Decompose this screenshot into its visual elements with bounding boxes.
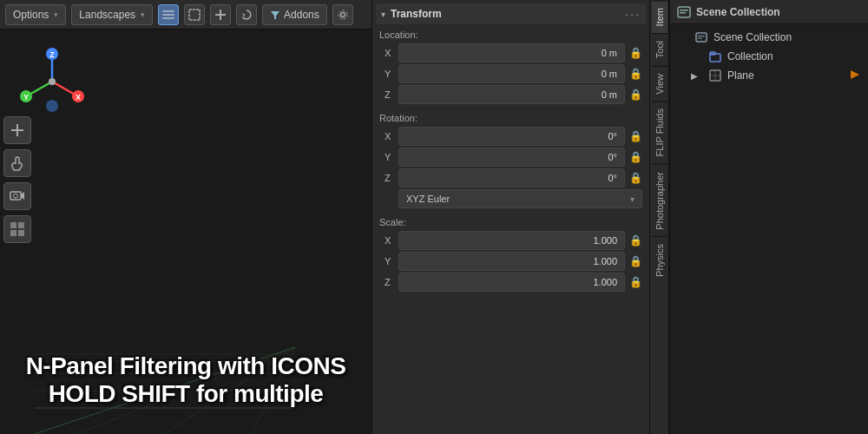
location-group: Location: X 0 m 🔒 Y 0 m <box>379 28 642 104</box>
location-y-lock[interactable]: 🔒 <box>628 68 642 80</box>
scale-z-lock[interactable]: 🔒 <box>628 276 642 288</box>
svg-point-37 <box>14 194 18 198</box>
location-y-row: Y 0 m 🔒 <box>379 64 642 83</box>
collection-label: Collection <box>727 50 861 62</box>
location-y-value: 0 m <box>406 69 617 79</box>
addons-btn[interactable]: Addons <box>262 4 327 25</box>
plus-icon-btn[interactable] <box>210 4 231 25</box>
side-tabs: Item Tool View FLIP Fluids Photographer … <box>649 0 668 434</box>
tab-flip-fluids[interactable]: FLIP Fluids <box>652 101 667 163</box>
svg-point-31 <box>49 78 56 85</box>
scale-z-field[interactable]: 1.000 <box>398 273 625 292</box>
plane-flip-icon <box>849 69 861 82</box>
app-container: Options ▾ Landscapes ▾ <box>0 0 868 434</box>
grid-canvas <box>35 330 295 434</box>
location-label: Location: <box>379 28 642 42</box>
outliner: Scene Collection Scene Collection <box>668 0 868 434</box>
scale-x-field[interactable]: 1.000 <box>398 231 625 250</box>
scale-x-row: X 1.000 🔒 <box>379 231 642 250</box>
scene-collection-icon <box>694 30 708 44</box>
viewport-3d: Z X Y <box>0 30 372 434</box>
svg-rect-39 <box>18 222 24 228</box>
list-icon <box>162 9 174 21</box>
location-x-field[interactable]: 0 m <box>398 43 625 62</box>
outliner-scene-collection[interactable]: Scene Collection <box>670 28 868 47</box>
location-y-field[interactable]: 0 m <box>398 64 625 83</box>
svg-marker-6 <box>242 14 245 16</box>
viewport: Options ▾ Landscapes ▾ <box>0 0 372 434</box>
location-x-lock[interactable]: 🔒 <box>628 47 642 59</box>
svg-text:Z: Z <box>49 50 55 59</box>
rotation-y-lock[interactable]: 🔒 <box>628 151 642 163</box>
box-select-icon-btn[interactable] <box>184 4 205 25</box>
rotation-mode-dropdown[interactable]: XYZ Euler ▾ <box>398 189 642 208</box>
location-x-row: X 0 m 🔒 <box>379 43 642 62</box>
svg-rect-34 <box>11 129 23 131</box>
rotation-x-lock[interactable]: 🔒 <box>628 130 642 142</box>
scale-label: Scale: <box>379 215 642 229</box>
svg-point-8 <box>339 10 347 19</box>
location-z-value: 0 m <box>406 89 617 100</box>
scale-y-field[interactable]: 1.000 <box>398 252 625 271</box>
rotation-y-field[interactable]: 0° <box>398 148 625 167</box>
rotation-y-value: 0° <box>406 152 617 162</box>
grab-tool-btn[interactable] <box>3 149 31 177</box>
tab-photographer[interactable]: Photographer <box>652 164 667 237</box>
location-z-field[interactable]: 0 m <box>398 85 625 104</box>
scale-x-lock[interactable]: 🔒 <box>628 234 642 247</box>
tab-view[interactable]: View <box>652 66 667 102</box>
rotation-z-value: 0° <box>406 173 617 183</box>
plus-icon <box>214 9 227 21</box>
outliner-collection[interactable]: Collection <box>670 47 868 66</box>
n-panel-content[interactable]: ▾ Transform ··· Location: X 0 m <box>372 0 649 434</box>
refresh-icon-btn[interactable] <box>236 4 257 25</box>
rotation-x-field[interactable]: 0° <box>398 127 625 146</box>
tab-item[interactable]: Item <box>652 0 667 33</box>
rotation-z-lock[interactable]: 🔒 <box>628 172 642 184</box>
scale-y-lock[interactable]: 🔒 <box>628 255 642 267</box>
outliner-body: Scene Collection Collection ▶ <box>670 24 868 434</box>
plane-icon <box>708 69 722 82</box>
list-icon-btn[interactable] <box>158 4 179 25</box>
svg-rect-43 <box>680 10 688 11</box>
add-tool-btn[interactable] <box>3 116 31 144</box>
gear-icon <box>337 9 349 21</box>
rotation-z-row: Z 0° 🔒 <box>379 168 642 187</box>
svg-rect-0 <box>162 10 174 12</box>
svg-rect-46 <box>698 36 705 36</box>
camera-tool-btn[interactable] <box>3 182 31 210</box>
n-panel: ▾ Transform ··· Location: X 0 m <box>372 0 649 434</box>
options-label: Options <box>13 9 49 21</box>
options-dropdown[interactable]: Options ▾ <box>5 4 66 25</box>
tab-tool[interactable]: Tool <box>652 33 667 65</box>
rotation-mode-label: XYZ Euler <box>406 194 450 204</box>
scale-x-value: 1.000 <box>406 235 617 246</box>
rotation-mode-arrow: ▾ <box>630 194 635 204</box>
scene-icon <box>677 5 691 19</box>
box-select-icon <box>188 9 201 21</box>
tab-physics[interactable]: Physics <box>652 236 667 284</box>
scale-x-axis: X <box>379 235 395 246</box>
scale-z-row: Z 1.000 🔒 <box>379 273 642 292</box>
svg-rect-38 <box>10 222 16 228</box>
svg-point-7 <box>340 12 345 16</box>
toolbar: Options ▾ Landscapes ▾ <box>0 0 372 30</box>
grid-tool-btn[interactable] <box>3 215 31 243</box>
rotation-z-field[interactable]: 0° <box>398 168 625 187</box>
svg-rect-2 <box>162 17 174 19</box>
transform-header[interactable]: ▾ Transform ··· <box>376 3 646 24</box>
transform-title: Transform <box>391 8 625 20</box>
gear-icon-btn[interactable] <box>332 4 353 25</box>
landscape-dropdown[interactable]: Landscapes ▾ <box>71 4 153 25</box>
camera-icon <box>10 188 25 204</box>
scale-z-value: 1.000 <box>406 277 617 287</box>
svg-rect-41 <box>18 230 24 236</box>
transform-arrow: ▾ <box>381 10 385 19</box>
refresh-icon <box>240 9 253 21</box>
location-x-axis: X <box>379 48 395 58</box>
plane-expand[interactable]: ▶ <box>691 71 703 81</box>
location-z-lock[interactable]: 🔒 <box>628 89 642 101</box>
outliner-plane[interactable]: ▶ Plane <box>670 66 868 85</box>
grid-icon <box>10 221 25 237</box>
location-y-axis: Y <box>379 69 395 79</box>
